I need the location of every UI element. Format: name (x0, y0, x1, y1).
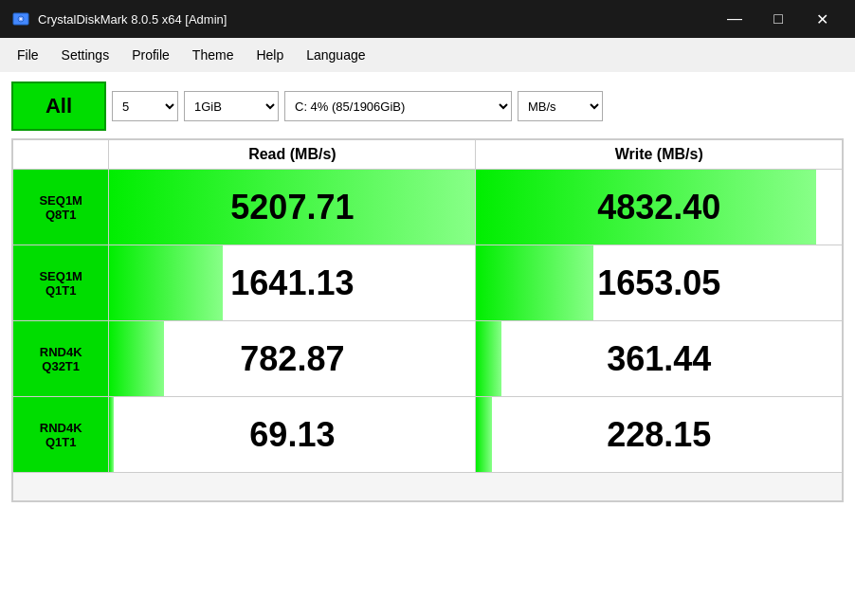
menu-item-file[interactable]: File (8, 44, 48, 66)
main-content: All 5 1 3 1GiB 512MiB 4GiB C: 4% (85/190… (0, 72, 855, 616)
col-header-write: Write (MB/s) (476, 139, 843, 170)
bench-row-2: RND4KQ32T1782.87361.44 (12, 321, 843, 397)
bench-write-value-0: 4832.40 (476, 170, 842, 245)
bench-write-value-3: 228.15 (476, 397, 842, 472)
title-bar: CrystalDiskMark 8.0.5 x64 [Admin] — □ ✕ (0, 0, 855, 38)
bench-read-value-0: 5207.71 (109, 170, 475, 245)
bench-read-value-1: 1641.13 (109, 245, 475, 320)
menu-item-profile[interactable]: Profile (122, 44, 179, 66)
app-icon (11, 9, 30, 28)
footer-cell (12, 473, 843, 501)
bench-read-value-3: 69.13 (109, 397, 475, 472)
bench-write-0: 4832.40 (476, 170, 843, 245)
controls-row: All 5 1 3 1GiB 512MiB 4GiB C: 4% (85/190… (11, 82, 844, 131)
menu-item-language[interactable]: Language (297, 44, 374, 66)
window-title: CrystalDiskMark 8.0.5 x64 [Admin] (38, 12, 227, 27)
maximize-button[interactable]: □ (756, 4, 800, 34)
bench-row-0: SEQ1MQ8T15207.714832.40 (12, 170, 843, 245)
menu-item-settings[interactable]: Settings (52, 44, 119, 66)
bench-label-0: SEQ1MQ8T1 (12, 170, 109, 245)
runs-select[interactable]: 5 1 3 (112, 91, 178, 121)
bench-read-2: 782.87 (109, 321, 476, 397)
bench-read-value-2: 782.87 (109, 321, 475, 396)
col-header-read: Read (MB/s) (109, 139, 476, 170)
close-button[interactable]: ✕ (800, 4, 844, 34)
bench-row-3: RND4KQ1T169.13228.15 (12, 397, 843, 473)
bench-write-1: 1653.05 (476, 245, 843, 321)
drive-select[interactable]: C: 4% (85/1906GiB) (284, 91, 512, 121)
bench-read-0: 5207.71 (109, 170, 476, 245)
col-header-label (12, 139, 109, 170)
all-button[interactable]: All (11, 82, 106, 131)
bench-write-2: 361.44 (476, 321, 843, 397)
menu-item-theme[interactable]: Theme (183, 44, 244, 66)
minimize-button[interactable]: — (713, 4, 756, 34)
bench-row-1: SEQ1MQ1T11641.131653.05 (12, 245, 843, 321)
bench-read-1: 1641.13 (109, 245, 476, 321)
bench-label-2: RND4KQ32T1 (12, 321, 109, 397)
unit-select[interactable]: MB/s GB/s (518, 91, 603, 121)
size-select[interactable]: 1GiB 512MiB 4GiB (184, 91, 279, 121)
benchmark-table: Read (MB/s) Write (MB/s) SEQ1MQ8T15207.7… (11, 138, 844, 502)
footer-row (12, 473, 843, 501)
menu-bar: FileSettingsProfileThemeHelpLanguage (0, 38, 855, 72)
bench-label-3: RND4KQ1T1 (12, 397, 109, 473)
bench-write-value-2: 361.44 (476, 321, 842, 396)
window-controls: — □ ✕ (713, 4, 844, 34)
bench-read-3: 69.13 (109, 397, 476, 473)
bench-write-3: 228.15 (476, 397, 843, 473)
bench-write-value-1: 1653.05 (476, 245, 842, 320)
bench-label-1: SEQ1MQ1T1 (12, 245, 109, 321)
svg-point-2 (20, 18, 22, 20)
menu-item-help[interactable]: Help (246, 44, 293, 66)
